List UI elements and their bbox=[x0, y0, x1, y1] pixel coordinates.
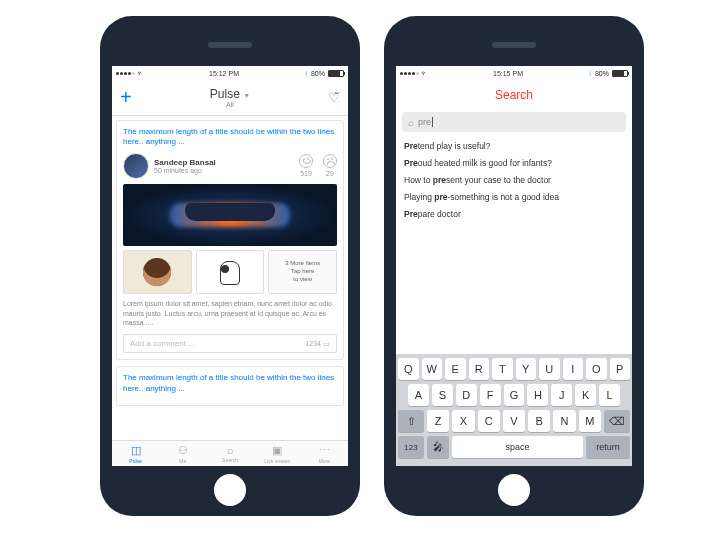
comment-box[interactable]: Add a comment ... 1234▭ bbox=[123, 334, 337, 353]
thumb-1[interactable] bbox=[123, 250, 192, 294]
key-shift[interactable]: ⇧ bbox=[398, 410, 424, 432]
chevron-down-icon[interactable]: ▼ bbox=[243, 92, 250, 99]
phone-pulse: ᯤ 15:12 PM ᚼ80% + Pulse ▼All ♡̆ The maxi… bbox=[100, 16, 360, 516]
key-t[interactable]: T bbox=[492, 358, 513, 380]
pulse-icon: ◫ bbox=[131, 444, 141, 457]
keyboard: QWERTYUIOP ASDFGHJKL ⇧ ZXCVBNM ⌫ 123 🎤︎ … bbox=[396, 354, 632, 466]
key-u[interactable]: U bbox=[539, 358, 560, 380]
post-title[interactable]: The maximum length of a title should be … bbox=[123, 373, 337, 394]
key-k[interactable]: K bbox=[575, 384, 596, 406]
comment-icon: ▭ bbox=[323, 340, 330, 348]
key-y[interactable]: Y bbox=[516, 358, 537, 380]
key-e[interactable]: E bbox=[445, 358, 466, 380]
post-author-row: Sandeep Bansal 50 minutes ago 519 29 bbox=[123, 153, 337, 179]
key-l[interactable]: L bbox=[599, 384, 620, 406]
key-mic[interactable]: 🎤︎ bbox=[427, 436, 449, 458]
status-time: 15:12 PM bbox=[209, 70, 239, 77]
key-space[interactable]: space bbox=[452, 436, 583, 458]
search-header: Search bbox=[396, 80, 632, 110]
wifi-icon: ᯤ bbox=[137, 70, 144, 77]
tab-pulse[interactable]: ◫Pulse bbox=[112, 441, 159, 466]
key-x[interactable]: X bbox=[452, 410, 474, 432]
header-subtitle: All bbox=[210, 101, 250, 108]
speaker bbox=[492, 42, 536, 48]
tab-live[interactable]: ▣Live stream bbox=[254, 441, 301, 466]
speaker bbox=[208, 42, 252, 48]
key-b[interactable]: B bbox=[528, 410, 550, 432]
home-button[interactable] bbox=[214, 474, 246, 506]
key-n[interactable]: N bbox=[553, 410, 575, 432]
key-return[interactable]: return bbox=[586, 436, 630, 458]
author-name[interactable]: Sandeep Bansal bbox=[154, 158, 216, 167]
status-bar: ᯤ 15:15 PM ᚼ80% bbox=[396, 66, 632, 80]
bluetooth-icon: ᚼ bbox=[588, 70, 592, 77]
post-title[interactable]: The maximum length of a title should be … bbox=[123, 127, 337, 148]
key-f[interactable]: F bbox=[480, 384, 501, 406]
key-o[interactable]: O bbox=[586, 358, 607, 380]
key-g[interactable]: G bbox=[504, 384, 525, 406]
tab-bar: ◫Pulse ⚇Me ⌕Search ▣Live stream ⋯More bbox=[112, 440, 348, 466]
home-button[interactable] bbox=[498, 474, 530, 506]
key-m[interactable]: M bbox=[579, 410, 601, 432]
bell-icon[interactable]: ♡̆ bbox=[328, 90, 340, 105]
key-p[interactable]: P bbox=[610, 358, 631, 380]
key-row-2: ASDFGHJKL bbox=[398, 384, 630, 406]
tab-me[interactable]: ⚇Me bbox=[159, 441, 206, 466]
key-i[interactable]: I bbox=[563, 358, 584, 380]
post-card-2[interactable]: The maximum length of a title should be … bbox=[116, 366, 344, 406]
tab-search[interactable]: ⌕Search bbox=[206, 441, 253, 466]
key-s[interactable]: S bbox=[432, 384, 453, 406]
post-body: Lorem ipsum dolor sit amet, sapien etnam… bbox=[123, 299, 337, 328]
post-time: 50 minutes ago bbox=[154, 167, 216, 174]
battery-pct: 80% bbox=[595, 70, 609, 77]
react-happy[interactable]: 519 bbox=[299, 154, 313, 177]
key-123[interactable]: 123 bbox=[398, 436, 424, 458]
more-icon: ⋯ bbox=[319, 444, 330, 457]
post-hero-image[interactable] bbox=[123, 184, 337, 246]
status-time: 15:15 PM bbox=[493, 70, 523, 77]
post-card[interactable]: The maximum length of a title should be … bbox=[116, 120, 344, 360]
tab-more[interactable]: ⋯More bbox=[301, 441, 348, 466]
key-a[interactable]: A bbox=[408, 384, 429, 406]
key-q[interactable]: Q bbox=[398, 358, 419, 380]
suggestion-item[interactable]: Prepare doctor bbox=[404, 206, 624, 223]
comment-placeholder: Add a comment ... bbox=[130, 339, 195, 348]
key-row-4: 123 🎤︎ space return bbox=[398, 436, 630, 458]
react-sad[interactable]: 29 bbox=[323, 154, 337, 177]
key-row-1: QWERTYUIOP bbox=[398, 358, 630, 380]
key-d[interactable]: D bbox=[456, 384, 477, 406]
key-r[interactable]: R bbox=[469, 358, 490, 380]
key-row-3: ⇧ ZXCVBNM ⌫ bbox=[398, 410, 630, 432]
smile-icon bbox=[299, 154, 313, 168]
live-icon: ▣ bbox=[272, 444, 282, 457]
header: + Pulse ▼All ♡̆ bbox=[112, 80, 348, 116]
battery-icon bbox=[328, 70, 344, 77]
suggestion-item[interactable]: How to present your case to the doctor bbox=[404, 172, 624, 189]
status-bar: ᯤ 15:12 PM ᚼ80% bbox=[112, 66, 348, 80]
header-title[interactable]: Pulse bbox=[210, 87, 240, 101]
search-icon: ⌕ bbox=[227, 444, 234, 456]
key-v[interactable]: V bbox=[503, 410, 525, 432]
key-w[interactable]: W bbox=[422, 358, 443, 380]
key-c[interactable]: C bbox=[478, 410, 500, 432]
feed: The maximum length of a title should be … bbox=[112, 116, 348, 440]
add-button[interactable]: + bbox=[120, 86, 132, 109]
suggestions-list: Pretend play is useful? Preoud heated mi… bbox=[396, 138, 632, 223]
key-backspace[interactable]: ⌫ bbox=[604, 410, 630, 432]
frown-icon bbox=[323, 154, 337, 168]
thumb-2[interactable] bbox=[196, 250, 265, 294]
suggestion-item[interactable]: Playing pre-something is not a good idea bbox=[404, 189, 624, 206]
key-z[interactable]: Z bbox=[427, 410, 449, 432]
search-query: pre bbox=[418, 117, 431, 127]
battery-icon bbox=[612, 70, 628, 77]
search-icon: ⌕ bbox=[408, 117, 414, 128]
search-input[interactable]: ⌕ pre bbox=[402, 112, 626, 132]
wifi-icon: ᯤ bbox=[421, 70, 428, 77]
key-h[interactable]: H bbox=[527, 384, 548, 406]
signal-dots bbox=[400, 72, 419, 75]
key-j[interactable]: J bbox=[551, 384, 572, 406]
avatar[interactable] bbox=[123, 153, 149, 179]
suggestion-item[interactable]: Pretend play is useful? bbox=[404, 138, 624, 155]
suggestion-item[interactable]: Preoud heated milk is good for infants? bbox=[404, 155, 624, 172]
thumb-more[interactable]: 3 More Items Tap here to view bbox=[268, 250, 337, 294]
